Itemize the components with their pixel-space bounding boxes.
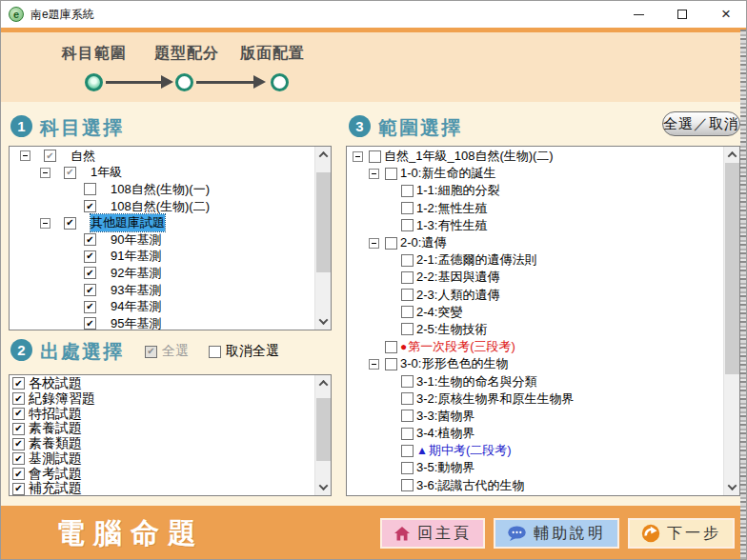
checkbox[interactable]: ✔ bbox=[12, 468, 25, 480]
checkbox[interactable] bbox=[385, 237, 397, 250]
tree-row[interactable]: 3-0:形形色色的生物 bbox=[347, 355, 723, 372]
checkbox[interactable] bbox=[401, 410, 414, 422]
checkbox[interactable]: ✔ bbox=[84, 200, 96, 212]
tree-row[interactable]: 2-1:孟德爾的遺傳法則 bbox=[347, 251, 723, 269]
select-all-checkbox[interactable]: ✔ bbox=[145, 346, 157, 358]
tree-row[interactable]: 自然_1年級_108自然(生物)(二) bbox=[347, 148, 723, 165]
checkbox[interactable] bbox=[401, 479, 414, 491]
list-item[interactable]: ✔各校試題 bbox=[10, 376, 314, 391]
checkbox[interactable]: ✔ bbox=[12, 392, 25, 405]
list-item[interactable]: ✔基測試題 bbox=[10, 451, 314, 467]
checkbox[interactable]: ✔ bbox=[12, 452, 25, 465]
checkbox[interactable] bbox=[385, 168, 397, 180]
minimize-button[interactable] bbox=[616, 1, 660, 28]
expand-collapse-toggle[interactable] bbox=[40, 168, 50, 178]
tree-row[interactable]: 1-1:細胞的分裂 bbox=[347, 182, 723, 199]
checkbox[interactable] bbox=[401, 254, 414, 267]
step-circle-1[interactable] bbox=[85, 73, 103, 91]
select-all-control[interactable]: ✔ 全選 bbox=[145, 343, 189, 360]
expand-collapse-toggle[interactable] bbox=[40, 218, 50, 229]
expand-collapse-toggle[interactable] bbox=[369, 169, 379, 179]
subject-tree-scrollbar[interactable] bbox=[314, 147, 331, 330]
checkbox[interactable]: ✔ bbox=[84, 301, 96, 313]
tree-row[interactable]: ▲期中考(二段考) bbox=[347, 442, 723, 459]
checkbox[interactable] bbox=[401, 306, 414, 318]
tree-row[interactable]: 2-3:人類的遺傳 bbox=[347, 287, 723, 304]
tree-row[interactable]: 3-4:植物界 bbox=[347, 425, 723, 442]
tree-row[interactable]: 2-4:突變 bbox=[347, 304, 723, 321]
select-all-toggle-button[interactable]: 全選／取消 bbox=[662, 111, 740, 136]
step-circle-2[interactable] bbox=[175, 73, 193, 91]
tree-row[interactable]: 3-3:菌物界 bbox=[347, 408, 723, 425]
checkbox[interactable]: ✔ bbox=[84, 233, 96, 246]
tree-row[interactable]: ✔92年基測 bbox=[10, 265, 314, 282]
tree-row[interactable]: 108自然(生物)(一) bbox=[10, 181, 314, 198]
tree-row[interactable]: ✔1年級 bbox=[10, 165, 314, 182]
scroll-down-button[interactable] bbox=[315, 313, 332, 330]
tree-row[interactable]: ✔95年基測 bbox=[10, 315, 314, 330]
checkbox[interactable]: ✔ bbox=[12, 377, 25, 390]
checkbox[interactable]: ✔ bbox=[12, 438, 25, 450]
tree-row[interactable]: 3-2:原核生物界和原生生物界 bbox=[347, 390, 723, 408]
checkbox[interactable] bbox=[401, 271, 414, 284]
tree-row[interactable]: 2-0:遺傳 bbox=[347, 234, 723, 251]
tree-row[interactable]: ✔自然 bbox=[10, 148, 314, 165]
tree-row[interactable]: 1-3:有性生殖 bbox=[347, 217, 723, 234]
source-list-scrollbar[interactable] bbox=[314, 375, 331, 495]
tree-row[interactable]: 3-1:生物的命名與分類 bbox=[347, 372, 723, 390]
checkbox[interactable]: ✔ bbox=[12, 483, 25, 495]
scroll-up-button[interactable] bbox=[315, 375, 332, 391]
deselect-all-checkbox[interactable] bbox=[209, 346, 221, 358]
checkbox[interactable] bbox=[385, 358, 397, 370]
tree-row[interactable]: 1-2:無性生殖 bbox=[347, 200, 723, 217]
expand-collapse-toggle[interactable] bbox=[369, 238, 379, 249]
scroll-down-button[interactable] bbox=[724, 479, 740, 495]
checkbox[interactable]: ✔ bbox=[44, 150, 56, 162]
scrollbar-thumb[interactable] bbox=[725, 163, 739, 374]
tree-row[interactable]: 2-2:基因與遺傳 bbox=[347, 269, 723, 286]
checkbox[interactable] bbox=[401, 202, 414, 214]
checkbox[interactable]: ✔ bbox=[64, 217, 76, 230]
list-item[interactable]: ✔會考試題 bbox=[10, 467, 314, 482]
help-button[interactable]: 輔助說明 bbox=[494, 518, 619, 549]
tree-row[interactable]: ✔93年基測 bbox=[10, 282, 314, 299]
tree-row[interactable]: ✔94年基測 bbox=[10, 298, 314, 315]
expand-collapse-toggle[interactable] bbox=[353, 151, 363, 162]
checkbox[interactable]: ✔ bbox=[64, 167, 76, 179]
checkbox[interactable] bbox=[401, 462, 414, 474]
scrollbar-thumb[interactable] bbox=[316, 172, 331, 272]
maximize-button[interactable] bbox=[660, 1, 704, 28]
list-item[interactable]: ✔紀錄簿習題 bbox=[10, 391, 314, 407]
scrollbar-thumb[interactable] bbox=[316, 398, 331, 461]
checkbox[interactable] bbox=[385, 341, 397, 353]
checkbox[interactable]: ✔ bbox=[84, 284, 96, 296]
checkbox[interactable] bbox=[401, 289, 414, 301]
close-button[interactable]: × bbox=[704, 1, 747, 28]
tree-row[interactable]: 3-5:動物界 bbox=[347, 459, 723, 476]
list-item[interactable]: ✔特招試題 bbox=[10, 407, 314, 422]
tree-row[interactable]: 2-5:生物技術 bbox=[347, 321, 723, 338]
range-tree-scrollbar[interactable] bbox=[723, 147, 739, 495]
checkbox[interactable] bbox=[401, 219, 414, 231]
list-item[interactable]: ✔補充試題 bbox=[10, 482, 314, 495]
list-item[interactable]: ✔素養試題 bbox=[10, 421, 314, 436]
scroll-up-button[interactable] bbox=[724, 147, 740, 163]
list-item[interactable]: ✔素養類題 bbox=[10, 436, 314, 451]
home-button[interactable]: 回主頁 bbox=[380, 518, 485, 549]
checkbox[interactable] bbox=[401, 445, 414, 457]
checkbox[interactable]: ✔ bbox=[84, 267, 96, 279]
checkbox[interactable] bbox=[401, 428, 414, 440]
step-circle-3[interactable] bbox=[271, 73, 289, 91]
checkbox[interactable] bbox=[401, 185, 414, 197]
expand-collapse-toggle[interactable] bbox=[20, 150, 30, 161]
checkbox[interactable]: ✔ bbox=[12, 423, 25, 435]
checkbox[interactable] bbox=[401, 375, 414, 388]
tree-row[interactable]: ✔108自然(生物)(二) bbox=[10, 198, 314, 215]
checkbox[interactable]: ✔ bbox=[84, 317, 96, 330]
checkbox[interactable] bbox=[401, 323, 414, 335]
checkbox[interactable]: ✔ bbox=[12, 408, 25, 420]
checkbox[interactable] bbox=[84, 183, 96, 195]
tree-row[interactable]: ✔其他題庫試題 bbox=[10, 214, 314, 231]
tree-row[interactable]: 3-6:認識古代的生物 bbox=[347, 477, 723, 494]
tree-row[interactable]: 1-0:新生命的誕生 bbox=[347, 165, 723, 182]
